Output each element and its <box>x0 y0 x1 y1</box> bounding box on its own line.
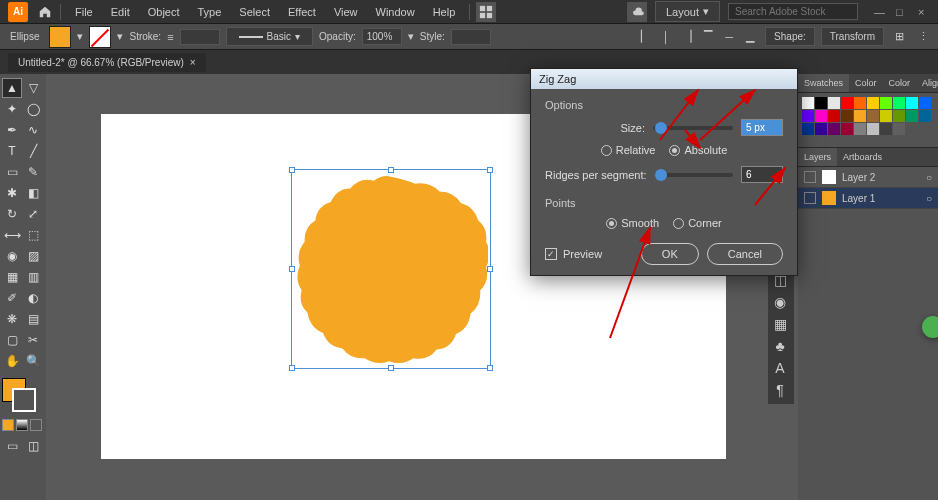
menu-effect[interactable]: Effect <box>280 2 324 22</box>
swatch[interactable] <box>906 97 918 109</box>
ridges-input[interactable] <box>741 166 783 183</box>
tab-swatches[interactable]: Swatches <box>798 74 849 92</box>
document-tab[interactable]: Untitled-2* @ 66.67% (RGB/Preview) × <box>8 53 206 72</box>
swatch[interactable] <box>828 97 840 109</box>
home-icon[interactable] <box>36 3 54 21</box>
swatch[interactable] <box>893 123 905 135</box>
scale-tool-icon[interactable]: ⤢ <box>23 204 43 224</box>
swatch[interactable] <box>919 110 931 122</box>
transparency-panel-icon[interactable]: ▦ <box>770 314 790 334</box>
tab-close-icon[interactable]: × <box>190 57 196 68</box>
chevron-down-icon[interactable]: ▾ <box>77 30 83 43</box>
dialog-titlebar[interactable]: Zig Zag <box>531 69 797 89</box>
align-center-icon[interactable]: │ <box>657 28 675 46</box>
tab-color[interactable]: Color <box>849 74 883 92</box>
swatch[interactable] <box>919 97 931 109</box>
assist-badge-icon[interactable] <box>922 316 938 338</box>
swatch[interactable] <box>867 97 879 109</box>
character-panel-icon[interactable]: A <box>770 358 790 378</box>
gradient-tool-icon[interactable]: ▥ <box>23 267 43 287</box>
free-transform-tool-icon[interactable]: ⬚ <box>23 225 43 245</box>
handle-tr[interactable] <box>487 167 493 173</box>
more-icon[interactable]: ⋮ <box>914 28 932 46</box>
width-tool-icon[interactable]: ⟷ <box>2 225 22 245</box>
layer-visibility-icon[interactable] <box>804 192 816 204</box>
shape-button[interactable]: Shape: <box>765 27 815 46</box>
menu-select[interactable]: Select <box>231 2 278 22</box>
type-tool-icon[interactable]: T <box>2 141 22 161</box>
handle-br[interactable] <box>487 365 493 371</box>
line-tool-icon[interactable]: ╱ <box>23 141 43 161</box>
eyedropper-tool-icon[interactable]: ✐ <box>2 288 22 308</box>
swatch[interactable] <box>815 110 827 122</box>
swatch[interactable] <box>841 110 853 122</box>
app-logo[interactable]: Ai <box>8 2 28 22</box>
slice-tool-icon[interactable]: ✂ <box>23 330 43 350</box>
blend-tool-icon[interactable]: ◐ <box>23 288 43 308</box>
swatch[interactable] <box>802 123 814 135</box>
screen-mode-icon[interactable]: ▭ <box>2 436 22 456</box>
fill-stroke-indicator[interactable] <box>2 378 38 414</box>
rotate-tool-icon[interactable]: ↻ <box>2 204 22 224</box>
stroke-swatch[interactable] <box>89 26 111 48</box>
ok-button[interactable]: OK <box>641 243 699 265</box>
handle-tm[interactable] <box>388 167 394 173</box>
lasso-tool-icon[interactable]: ◯ <box>23 99 43 119</box>
zoom-tool-icon[interactable]: 🔍 <box>23 351 43 371</box>
chevron-down-icon[interactable]: ▾ <box>408 30 414 43</box>
selection-bounding-box[interactable] <box>291 169 491 369</box>
swatch[interactable] <box>867 123 879 135</box>
menu-window[interactable]: Window <box>368 2 423 22</box>
align-right-icon[interactable]: ▕ <box>678 28 696 46</box>
swatch[interactable] <box>841 123 853 135</box>
minimize-icon[interactable]: — <box>874 6 886 18</box>
absolute-radio[interactable]: Absolute <box>669 144 727 156</box>
layer-row[interactable]: Layer 2 ○ <box>798 167 938 188</box>
layout-dropdown[interactable]: Layout ▾ <box>655 1 720 22</box>
none-mode-icon[interactable] <box>30 419 42 431</box>
menu-object[interactable]: Object <box>140 2 188 22</box>
swatch[interactable] <box>802 97 814 109</box>
menu-type[interactable]: Type <box>190 2 230 22</box>
brush-basic-dropdown[interactable]: Basic ▾ <box>226 27 313 46</box>
align-left-icon[interactable]: ▏ <box>636 28 654 46</box>
swatch[interactable] <box>815 97 827 109</box>
cloud-icon[interactable] <box>627 2 647 22</box>
swatch[interactable] <box>802 110 814 122</box>
isolate-icon[interactable]: ⊞ <box>890 28 908 46</box>
eraser-tool-icon[interactable]: ◧ <box>23 183 43 203</box>
hand-tool-icon[interactable]: ✋ <box>2 351 22 371</box>
transform-button[interactable]: Transform <box>821 27 884 46</box>
tab-align[interactable]: Align <box>916 74 938 92</box>
ridges-slider[interactable] <box>655 173 734 177</box>
style-dropdown[interactable] <box>451 29 491 45</box>
shaper-tool-icon[interactable]: ✱ <box>2 183 22 203</box>
arrange-icon[interactable] <box>476 2 496 22</box>
handle-tl[interactable] <box>289 167 295 173</box>
search-input[interactable] <box>728 3 858 20</box>
artboard-tool-icon[interactable]: ▢ <box>2 330 22 350</box>
menu-edit[interactable]: Edit <box>103 2 138 22</box>
handle-mr[interactable] <box>487 266 493 272</box>
swatch[interactable] <box>828 110 840 122</box>
graph-tool-icon[interactable]: ▤ <box>23 309 43 329</box>
curvature-tool-icon[interactable]: ∿ <box>23 120 43 140</box>
layer-visibility-icon[interactable] <box>804 171 816 183</box>
corner-radio[interactable]: Corner <box>673 217 722 229</box>
layer-target-icon[interactable]: ○ <box>926 172 932 183</box>
gradient-mode-icon[interactable] <box>16 419 28 431</box>
swatch[interactable] <box>880 123 892 135</box>
rectangle-tool-icon[interactable]: ▭ <box>2 162 22 182</box>
appearance-panel-icon[interactable]: ◉ <box>770 292 790 312</box>
smooth-radio[interactable]: Smooth <box>606 217 659 229</box>
stroke-style-dropdown[interactable] <box>180 29 220 45</box>
swatch[interactable] <box>841 97 853 109</box>
direct-selection-tool-icon[interactable]: ▽ <box>23 78 43 98</box>
opacity-input[interactable] <box>362 28 402 45</box>
mesh-tool-icon[interactable]: ▦ <box>2 267 22 287</box>
paragraph-panel-icon[interactable]: ¶ <box>770 380 790 400</box>
shape-builder-tool-icon[interactable]: ◉ <box>2 246 22 266</box>
selection-tool-icon[interactable]: ▲ <box>2 78 22 98</box>
maximize-icon[interactable]: □ <box>896 6 908 18</box>
perspective-tool-icon[interactable]: ▨ <box>23 246 43 266</box>
